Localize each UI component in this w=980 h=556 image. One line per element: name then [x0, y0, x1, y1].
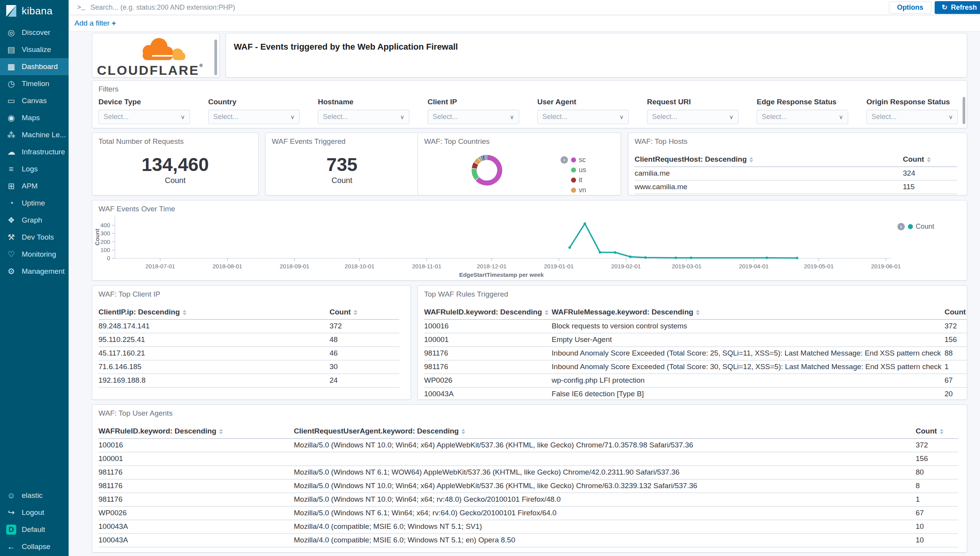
- canvas-icon: ▭: [5, 96, 17, 105]
- chevron-right-icon[interactable]: ›: [561, 156, 568, 164]
- filters-panel: Filters Device TypeSelect...∨CountrySele…: [92, 80, 967, 128]
- sort-asc-icon: [940, 429, 944, 431]
- legend-item[interactable]: ›it: [561, 175, 586, 185]
- column-header[interactable]: Count: [903, 153, 957, 167]
- column-header[interactable]: ClientRequestHost: Descending: [635, 153, 903, 167]
- data-point[interactable]: [614, 251, 616, 254]
- sidebar-item-machine-le[interactable]: ⁂Machine Le...: [0, 126, 69, 143]
- column-header[interactable]: Count: [330, 306, 399, 319]
- legend-item[interactable]: ›Count: [897, 221, 934, 231]
- refresh-label: Refresh: [951, 3, 977, 12]
- sidebar-item-visualize[interactable]: ▤Visualize: [0, 41, 69, 58]
- sort-icon[interactable]: [696, 310, 700, 315]
- sidebar-item-management[interactable]: ⚙Management: [0, 263, 69, 280]
- data-point[interactable]: [583, 223, 586, 225]
- column-header[interactable]: ClientRequestUserAgent.keyword: Descendi…: [294, 425, 916, 439]
- sidebar-item-apm[interactable]: ⊞APM: [0, 178, 69, 195]
- sidebar-item-monitoring[interactable]: ♡Monitoring: [0, 246, 69, 263]
- data-point[interactable]: [644, 256, 647, 259]
- donut-slice-other[interactable]: [483, 158, 484, 158]
- top-countries-donut-chart[interactable]: [418, 133, 557, 195]
- refresh-button[interactable]: ↻ Refresh: [935, 1, 980, 14]
- data-table: ClientIP.ip: DescendingCount89.248.174.1…: [98, 306, 399, 388]
- filter-select-device-type[interactable]: Select...∨: [98, 110, 190, 124]
- sort-icon[interactable]: [749, 157, 753, 162]
- donut-slice-vn[interactable]: [476, 160, 479, 163]
- add-filter-link[interactable]: Add a filter +: [74, 19, 116, 28]
- sidebar-item-dashboard[interactable]: ▦Dashboard: [0, 58, 69, 75]
- top-user-agents-title: WAF: Top User Agents: [98, 409, 173, 418]
- legend-item[interactable]: ›sc: [561, 155, 586, 165]
- column-header[interactable]: Count: [916, 425, 958, 439]
- data-point[interactable]: [599, 251, 601, 254]
- column-header-label: Count: [916, 427, 937, 435]
- donut-slice-other[interactable]: [480, 159, 481, 160]
- sort-asc-icon: [696, 310, 700, 312]
- table-cell: www.camilia.me: [635, 180, 903, 194]
- column-header[interactable]: Count: [945, 306, 967, 319]
- top-user-agents-table: WAFRuleID.keyword: DescendingClientReque…: [92, 425, 967, 547]
- panel-scrollbar[interactable]: [214, 40, 217, 75]
- data-point[interactable]: [766, 257, 768, 259]
- sidebar-item-discover[interactable]: ◎Discover: [0, 24, 69, 41]
- data-point[interactable]: [796, 257, 798, 259]
- search-input[interactable]: [90, 3, 889, 12]
- sidebar-item-canvas[interactable]: ▭Canvas: [0, 92, 69, 109]
- sort-icon[interactable]: [354, 310, 357, 315]
- panel-scrollbar[interactable]: [963, 97, 965, 124]
- filter-select-origin-response-status[interactable]: Select...∨: [866, 110, 958, 124]
- data-point[interactable]: [568, 246, 571, 249]
- kibana-app: kibana ◎Discover▤Visualize▦Dashboard◷Tim…: [0, 0, 980, 556]
- data-point[interactable]: [675, 257, 677, 259]
- sidebar-item-elastic[interactable]: ☺elastic: [0, 487, 69, 504]
- sort-icon[interactable]: [461, 429, 465, 434]
- waf-events-line-chart[interactable]: 01002003004002018-07-012018-08-012018-09…: [92, 200, 967, 280]
- filter-select-request-uri[interactable]: Select...∨: [647, 110, 738, 124]
- table-cell: Mozilla/5.0 (Windows NT 10.0; Win64; x64…: [294, 493, 916, 506]
- filter-select-country[interactable]: Select...∨: [208, 110, 300, 124]
- donut-slice-us[interactable]: [474, 169, 477, 178]
- column-header[interactable]: ClientIP.ip: Descending: [98, 306, 330, 319]
- column-header[interactable]: WAFRuleID.keyword: Descending: [98, 425, 294, 439]
- sidebar-item-dev-tools[interactable]: ⚒Dev Tools: [0, 229, 69, 246]
- data-point[interactable]: [629, 256, 631, 258]
- options-button[interactable]: Options: [889, 2, 932, 14]
- data-point[interactable]: [690, 257, 692, 259]
- sidebar-item-collapse[interactable]: ←Collapse: [0, 538, 69, 555]
- sort-icon[interactable]: [183, 310, 186, 315]
- column-header[interactable]: WAFRuleMessage.keyword: Descending: [552, 306, 944, 319]
- donut-slice-other[interactable]: [481, 158, 483, 159]
- sidebar-item-graph[interactable]: ❖Graph: [0, 212, 69, 229]
- sidebar-item-logs[interactable]: ≡Logs: [0, 161, 69, 178]
- filter-select-edge-response-status[interactable]: Select...∨: [757, 110, 848, 124]
- chevron-down-icon: ∨: [949, 114, 953, 121]
- chevron-right-icon[interactable]: ›: [897, 223, 905, 230]
- sort-icon[interactable]: [219, 429, 223, 434]
- sidebar-item-uptime[interactable]: ◔Uptime: [0, 195, 69, 212]
- filter-select-user-agent[interactable]: Select...∨: [537, 110, 629, 124]
- sidebar-item-maps[interactable]: ◉Maps: [0, 109, 69, 126]
- legend-item[interactable]: ›vn: [561, 185, 586, 195]
- legend-item[interactable]: ›us: [561, 165, 586, 175]
- column-header[interactable]: WAFRuleID.keyword: Descending: [424, 306, 552, 319]
- sort-icon[interactable]: [940, 429, 944, 434]
- kibana-logo[interactable]: kibana: [0, 0, 69, 22]
- sidebar-item-infrastructure[interactable]: ☁Infrastructure: [0, 143, 69, 161]
- sidebar-item-timelion[interactable]: ◷Timelion: [0, 75, 69, 92]
- filter-select-hostname[interactable]: Select...∨: [318, 110, 409, 124]
- sort-icon[interactable]: [927, 157, 931, 162]
- sidebar-item-default[interactable]: DDefault: [0, 521, 69, 538]
- y-tick-label: 200: [100, 238, 110, 245]
- waf-events-over-time-panel: WAF Events Over Time 01002003004002018-0…: [92, 200, 967, 281]
- donut-slice-it[interactable]: [474, 164, 476, 168]
- table-cell: 100043A: [98, 520, 294, 534]
- filter-bar: Add a filter +: [69, 16, 980, 31]
- brand-text: kibana: [22, 5, 53, 17]
- sidebar-item-logout[interactable]: ↪Logout: [0, 504, 69, 521]
- sort-icon[interactable]: [545, 310, 549, 315]
- x-tick-label: 2018-11-01: [412, 263, 442, 269]
- filter-select-client-ip[interactable]: Select...∨: [428, 110, 519, 124]
- count-series-line[interactable]: [570, 224, 797, 258]
- table-cell: 981176: [98, 479, 294, 493]
- metric-panel-title: Total Number of Requests: [98, 137, 184, 146]
